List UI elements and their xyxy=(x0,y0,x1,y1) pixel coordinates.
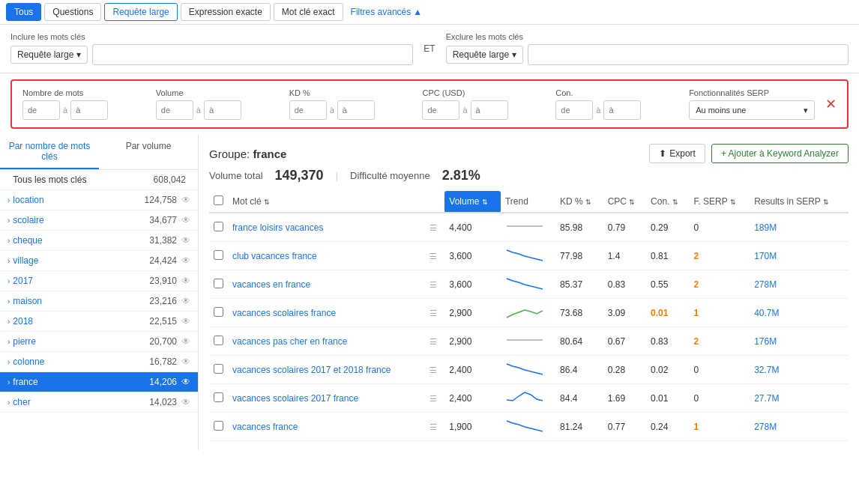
kd-to[interactable] xyxy=(337,100,375,120)
btn-expression-exacte[interactable]: Expression exacte xyxy=(181,3,271,21)
serp-select[interactable]: Au moins une ▾ xyxy=(689,100,815,120)
keyword-link[interactable]: vacances france xyxy=(232,422,298,432)
eye-icon-2018[interactable]: 👁 xyxy=(181,316,190,327)
con-to[interactable] xyxy=(603,100,641,120)
th-fserp[interactable]: F. SERP ⇅ xyxy=(689,191,750,213)
sidebar-item-village[interactable]: › village 24,424 👁 xyxy=(0,251,198,271)
eye-icon-maison[interactable]: 👁 xyxy=(181,296,190,306)
row-checkbox[interactable] xyxy=(214,222,223,231)
sidebar-item-france[interactable]: › france 14,206 👁 xyxy=(0,372,198,392)
eye-icon-cheque[interactable]: 👁 xyxy=(181,235,190,246)
btn-questions[interactable]: Questions xyxy=(44,3,101,21)
btn-requete-large[interactable]: Requête large xyxy=(104,3,177,21)
keyword-link[interactable]: vacances pas cher en france xyxy=(232,336,347,347)
sidebar-item-scolaire[interactable]: › scolaire 34,677 👁 xyxy=(0,210,198,231)
filter-icon[interactable]: ☰ xyxy=(429,252,437,261)
cpc-from[interactable] xyxy=(422,100,459,120)
keyword-link[interactable]: vacances scolaires 2017 france xyxy=(232,393,358,404)
results-link[interactable]: 278M xyxy=(754,279,777,290)
sidebar-item-2017[interactable]: › 2017 23,910 👁 xyxy=(0,271,198,291)
filter-icon[interactable]: ☰ xyxy=(429,309,437,318)
eye-icon-village[interactable]: 👁 xyxy=(181,255,190,266)
row-checkbox-cell[interactable] xyxy=(209,270,228,299)
th-cpc[interactable]: CPC ⇅ xyxy=(603,191,646,213)
include-input[interactable] xyxy=(92,44,413,65)
con-from[interactable] xyxy=(555,100,593,120)
filter-icon[interactable]: ☰ xyxy=(429,337,437,346)
row-checkbox[interactable] xyxy=(214,392,223,402)
keyword-link[interactable]: vacances scolaires france xyxy=(232,308,336,318)
exclude-input[interactable] xyxy=(528,44,849,65)
row-checkbox[interactable] xyxy=(214,250,223,260)
row-checkbox[interactable] xyxy=(214,421,223,431)
sidebar-item-cher[interactable]: › cher 14,023 👁 xyxy=(0,392,198,413)
results-link[interactable]: 170M xyxy=(754,251,777,261)
eye-icon-pierre[interactable]: 👁 xyxy=(181,336,190,347)
eye-icon-colonne[interactable]: 👁 xyxy=(181,356,190,367)
row-checkbox-cell[interactable] xyxy=(209,384,228,413)
kd-from[interactable] xyxy=(289,100,327,120)
results-link[interactable]: 32.7M xyxy=(754,365,779,375)
export-btn[interactable]: ⬆ Export xyxy=(649,144,705,163)
sidebar-item-maison[interactable]: › maison 23,216 👁 xyxy=(0,291,198,312)
row-checkbox[interactable] xyxy=(214,336,223,345)
eye-icon-scolaire[interactable]: 👁 xyxy=(181,215,190,225)
th-volume[interactable]: Volume ⇅ xyxy=(444,191,501,213)
results-link[interactable]: 27.7M xyxy=(754,393,779,404)
filter-icon[interactable]: ☰ xyxy=(429,223,437,232)
th-kd[interactable]: KD % ⇅ xyxy=(555,191,603,213)
keyword-link[interactable]: club vacances france xyxy=(232,251,317,261)
eye-icon-france[interactable]: 👁 xyxy=(181,377,190,387)
results-link[interactable]: 40.7M xyxy=(754,308,779,318)
filter-icon[interactable]: ☰ xyxy=(429,422,437,431)
nombre-mots-from[interactable] xyxy=(22,100,60,120)
th-con[interactable]: Con. ⇅ xyxy=(646,191,689,213)
close-filters-icon[interactable]: ✕ xyxy=(825,96,837,112)
btn-mot-cle-exact[interactable]: Mot clé exact xyxy=(274,3,343,21)
row-checkbox-cell[interactable] xyxy=(209,327,228,356)
btn-tous[interactable]: Tous xyxy=(6,3,41,21)
sidebar-count-all: 608,042 xyxy=(154,174,186,185)
sidebar-item-all[interactable]: › Tous les mots clés 608,042 xyxy=(0,170,198,190)
row-checkbox[interactable] xyxy=(214,307,223,317)
sidebar-item-pierre[interactable]: › pierre 20,700 👁 xyxy=(0,332,198,352)
results-link[interactable]: 189M xyxy=(754,222,777,233)
sidebar-item-cheque[interactable]: › cheque 31,382 👁 xyxy=(0,231,198,251)
row-checkbox-cell[interactable] xyxy=(209,413,228,441)
row-filter-icon: ☰ xyxy=(425,356,444,384)
keyword-link[interactable]: vacances en france xyxy=(232,279,310,290)
row-checkbox-cell[interactable] xyxy=(209,356,228,384)
filter-icon[interactable]: ☰ xyxy=(429,280,437,289)
add-keyword-btn[interactable]: + Ajouter à Keyword Analyzer xyxy=(711,144,849,163)
eye-icon-location[interactable]: 👁 xyxy=(181,195,190,205)
exclude-select[interactable]: Requête large ▾ xyxy=(446,46,523,64)
nombre-mots-to[interactable] xyxy=(70,100,108,120)
cpc-to[interactable] xyxy=(471,100,508,120)
th-mot-cle[interactable]: Mot clé ⇅ xyxy=(228,191,425,213)
sidebar-item-2018[interactable]: › 2018 22,515 👁 xyxy=(0,312,198,332)
eye-icon-2017[interactable]: 👁 xyxy=(181,276,190,286)
filtres-avances-btn[interactable]: Filtres avancés ▲ xyxy=(351,7,423,17)
th-results[interactable]: Results in SERP ⇅ xyxy=(750,191,849,213)
volume-to[interactable] xyxy=(204,100,241,120)
results-link[interactable]: 176M xyxy=(754,336,777,347)
keyword-link[interactable]: vacances scolaires 2017 et 2018 france xyxy=(232,365,391,375)
row-checkbox-cell[interactable] xyxy=(209,242,228,270)
th-checkbox[interactable] xyxy=(209,191,228,213)
row-checkbox[interactable] xyxy=(214,279,223,288)
keyword-link[interactable]: france loisirs vacances xyxy=(232,222,323,233)
filter-icon[interactable]: ☰ xyxy=(429,394,437,403)
volume-from[interactable] xyxy=(156,100,193,120)
include-select[interactable]: Requête large ▾ xyxy=(10,46,88,64)
results-link[interactable]: 278M xyxy=(754,422,777,432)
row-checkbox-cell[interactable] xyxy=(209,213,228,242)
select-all-checkbox[interactable] xyxy=(214,195,223,205)
row-checkbox[interactable] xyxy=(214,364,223,374)
sidebar-item-colonne[interactable]: › colonne 16,782 👁 xyxy=(0,352,198,372)
sidebar-item-location[interactable]: › location 124,758 👁 xyxy=(0,190,198,210)
filter-icon[interactable]: ☰ xyxy=(429,365,437,374)
tab-par-nombre[interactable]: Par nombre de mots clés xyxy=(0,135,99,169)
tab-par-volume[interactable]: Par volume xyxy=(99,135,198,169)
eye-icon-cher[interactable]: 👁 xyxy=(181,397,190,407)
row-checkbox-cell[interactable] xyxy=(209,299,228,327)
